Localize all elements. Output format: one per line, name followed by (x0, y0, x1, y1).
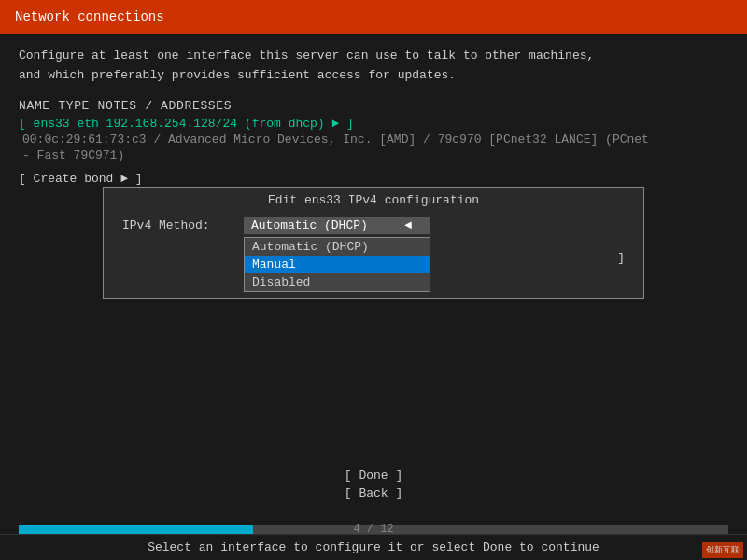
ipv4-method-dropdown[interactable]: Automatic (DHCP) ◄ Automatic (DHCP) Manu… (244, 217, 430, 234)
progress-fill (19, 525, 253, 534)
dropdown-option-manual[interactable]: Manual (245, 256, 430, 273)
dropdown-option-automatic[interactable]: Automatic (DHCP) (245, 238, 430, 256)
interface-detail-2: - Fast 79C971) (19, 148, 728, 162)
dropdown-header-button[interactable]: Automatic (DHCP) ◄ (244, 217, 430, 234)
ok-bracket-close: ] (617, 251, 625, 265)
dropdown-menu: Automatic (DHCP) Manual Disabled (244, 237, 430, 292)
dropdown-option-disabled[interactable]: Disabled (245, 273, 430, 291)
title-bar: Network connections (0, 0, 747, 34)
description-line2: and which preferably provides sufficient… (19, 66, 728, 86)
progress-area: 4 / 12 (0, 525, 747, 534)
modal-title: Edit ens33 IPv4 configuration (104, 188, 643, 217)
app-title: Network connections (15, 9, 164, 24)
dropdown-selected-label: Automatic (DHCP) (251, 218, 368, 232)
done-button[interactable]: [ Done ] (345, 469, 402, 483)
modal-dialog: Edit ens33 IPv4 configuration IPv4 Metho… (103, 187, 644, 299)
modal-title-text: Edit ens33 IPv4 configuration (268, 193, 479, 207)
status-text: Select an interface to configure it or s… (148, 540, 599, 554)
ipv4-method-row: IPv4 Method: Automatic (DHCP) ◄ Automati… (122, 217, 625, 234)
description-line1: Configure at least one interface this se… (19, 47, 728, 66)
description: Configure at least one interface this se… (19, 47, 728, 86)
status-bar: Select an interface to configure it or s… (0, 534, 747, 560)
modal-body: IPv4 Method: Automatic (DHCP) ◄ Automati… (104, 217, 643, 234)
create-bond[interactable]: [ Create bond ► ] (19, 172, 728, 186)
bottom-buttons: [ Done ] [ Back ] (0, 469, 747, 504)
ipv4-method-label: IPv4 Method: (122, 217, 244, 232)
main-content: Configure at least one interface this se… (0, 34, 747, 186)
interface-detail-1: 00:0c:29:61:73:c3 / Advanced Micro Devic… (19, 133, 728, 147)
watermark: 创新互联 (702, 542, 743, 558)
interface-row[interactable]: [ ens33 eth 192.168.254.128/24 (from dhc… (19, 117, 728, 131)
back-button[interactable]: [ Back ] (345, 486, 402, 500)
dropdown-arrow-icon: ◄ (404, 218, 412, 232)
table-header: NAME TYPE NOTES / ADDRESSES (19, 99, 728, 113)
